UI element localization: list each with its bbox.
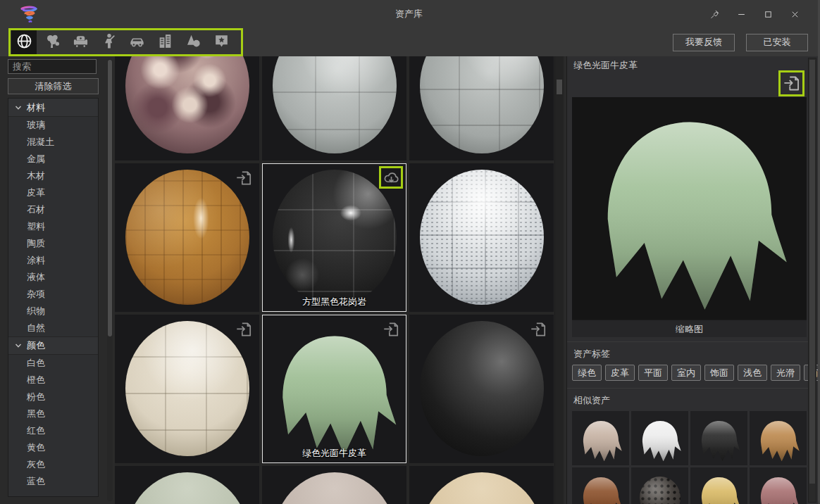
clear-filter-button[interactable]: 清除筛选 — [8, 78, 99, 94]
search-input[interactable] — [8, 59, 97, 74]
asset-tile[interactable] — [409, 163, 554, 312]
import-icon[interactable] — [382, 320, 400, 339]
similar-asset-thumb[interactable] — [690, 411, 747, 465]
cloth-drape — [755, 474, 802, 504]
filter-item[interactable]: 陶质 — [8, 235, 98, 252]
asset-tile[interactable] — [115, 163, 259, 312]
filter-item[interactable]: 涂料 — [8, 252, 98, 269]
filter-item[interactable]: 杂项 — [8, 286, 98, 303]
asset-tile[interactable] — [409, 56, 554, 160]
similar-asset-thumb[interactable] — [572, 467, 629, 504]
asset-tile[interactable] — [262, 466, 406, 504]
sidebar-scrollbar-thumb[interactable] — [108, 60, 112, 336]
category-vegetation-button[interactable] — [39, 31, 65, 53]
category-buildings-button[interactable] — [152, 31, 178, 53]
asset-tile[interactable] — [409, 466, 554, 504]
asset-tile[interactable] — [115, 466, 259, 504]
filter-item[interactable]: 皮革 — [8, 184, 98, 201]
feedback-button[interactable]: 我要反馈 — [673, 34, 735, 51]
pin-button[interactable] — [704, 5, 725, 23]
similar-asset-thumb[interactable] — [690, 467, 747, 504]
similar-asset-thumb[interactable] — [572, 411, 629, 465]
filter-item-label: 涂料 — [27, 255, 45, 265]
filter-item-label: 自然 — [27, 322, 45, 333]
filter-section-header[interactable]: 颜色 — [8, 336, 98, 355]
divider — [567, 341, 812, 342]
filter-item-label: 黄色 — [27, 442, 45, 453]
filter-item[interactable]: 蓝色 — [8, 473, 98, 490]
minimize-button[interactable] — [731, 5, 752, 23]
chevron-down-icon — [15, 104, 22, 111]
filter-item[interactable]: 玻璃 — [8, 117, 98, 134]
cone-sphere-icon — [185, 32, 202, 52]
filter-item[interactable]: 液体 — [8, 269, 98, 286]
material-sphere — [125, 170, 249, 305]
import-icon[interactable] — [235, 320, 253, 339]
category-decals-button[interactable] — [209, 31, 234, 53]
asset-tile[interactable] — [115, 56, 259, 160]
detail-scrollbar[interactable] — [808, 58, 816, 503]
chevron-down-icon — [15, 342, 22, 349]
filter-section-label: 材料 — [27, 101, 45, 114]
asset-tag[interactable]: 饰面 — [704, 365, 734, 381]
category-primitives-button[interactable] — [180, 31, 206, 53]
asset-tile[interactable] — [262, 56, 406, 160]
asset-tag[interactable]: 皮革 — [605, 365, 635, 381]
filter-item[interactable]: 红色 — [8, 422, 98, 439]
category-characters-button[interactable] — [96, 31, 121, 53]
building-icon — [156, 32, 174, 52]
import-icon[interactable] — [529, 320, 547, 339]
tree-icon — [44, 32, 61, 52]
filter-item-label: 塑料 — [27, 221, 45, 232]
asset-tag[interactable]: 室内 — [671, 365, 701, 381]
similar-asset-thumb[interactable] — [750, 411, 807, 465]
material-sphere — [640, 477, 681, 504]
similar-asset-thumb[interactable] — [631, 411, 688, 465]
maximize-button[interactable] — [757, 5, 778, 23]
close-button[interactable] — [784, 5, 805, 23]
cloud-download-icon[interactable] — [379, 166, 403, 189]
filter-item-label: 金属 — [27, 153, 45, 164]
similar-asset-thumb[interactable] — [750, 467, 807, 504]
filter-item[interactable]: 灰色 — [8, 456, 98, 473]
filter-item[interactable]: 塑料 — [8, 218, 98, 235]
filter-section-header[interactable]: 材料 — [8, 99, 98, 117]
asset-tag[interactable]: 光滑 — [771, 365, 800, 381]
filter-item[interactable]: 粉色 — [8, 389, 98, 405]
similar-asset-thumb[interactable] — [631, 467, 688, 504]
asset-tag[interactable]: 平面 — [638, 365, 668, 381]
cloth-drape — [578, 417, 624, 462]
cloth-drape — [582, 106, 797, 315]
sidebar-scrollbar[interactable] — [107, 59, 113, 501]
grid-scrollbar-thumb[interactable] — [557, 80, 562, 94]
category-toolbar-annotation-box — [8, 28, 243, 56]
filter-item[interactable]: 织物 — [8, 303, 98, 320]
filter-item[interactable]: 自然 — [8, 320, 98, 336]
detail-scrollbar-thumb[interactable] — [809, 60, 815, 484]
app-logo-icon — [18, 4, 39, 25]
import-icon[interactable] — [235, 169, 253, 187]
filter-item[interactable]: 木材 — [8, 168, 98, 184]
category-materials-button[interactable] — [11, 30, 37, 54]
filter-item[interactable]: 混凝土 — [8, 134, 98, 151]
filter-item[interactable]: 黑色 — [8, 405, 98, 422]
asset-tag[interactable]: 浅色 — [738, 365, 767, 381]
filter-item[interactable]: 橙色 — [8, 372, 98, 389]
installed-button[interactable]: 已安装 — [746, 34, 808, 51]
filter-item[interactable]: 金属 — [8, 151, 98, 168]
category-vehicles-button[interactable] — [124, 31, 149, 53]
import-icon[interactable] — [782, 74, 801, 93]
asset-tag[interactable]: 绿色 — [572, 365, 602, 381]
asset-tile[interactable]: 方型黑色花岗岩 — [262, 163, 406, 312]
asset-tile[interactable]: 绿色光面牛皮革 — [262, 315, 406, 463]
asset-tile[interactable] — [115, 315, 259, 463]
grid-scrollbar[interactable] — [554, 56, 564, 504]
filter-item[interactable]: 石材 — [8, 201, 98, 218]
filter-item[interactable]: 黄色 — [8, 439, 98, 456]
asset-tile[interactable] — [409, 315, 554, 463]
category-furniture-button[interactable] — [68, 31, 93, 53]
filter-item[interactable]: 白色 — [8, 355, 98, 372]
material-sphere — [273, 472, 397, 504]
titlebar[interactable]: 资产库 — [0, 0, 818, 28]
material-sphere — [420, 170, 544, 305]
